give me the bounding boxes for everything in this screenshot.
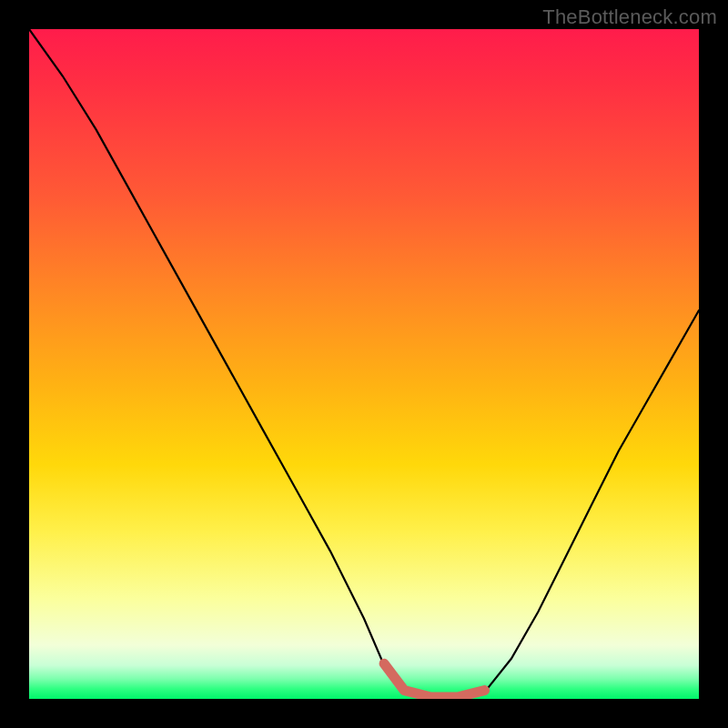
optimal-range-highlight <box>384 663 484 697</box>
curve-layer <box>29 29 699 699</box>
bottleneck-curve <box>29 29 699 699</box>
plot-area <box>29 29 699 699</box>
chart-frame: TheBottleneck.com <box>0 0 728 728</box>
watermark-text: TheBottleneck.com <box>542 5 717 29</box>
